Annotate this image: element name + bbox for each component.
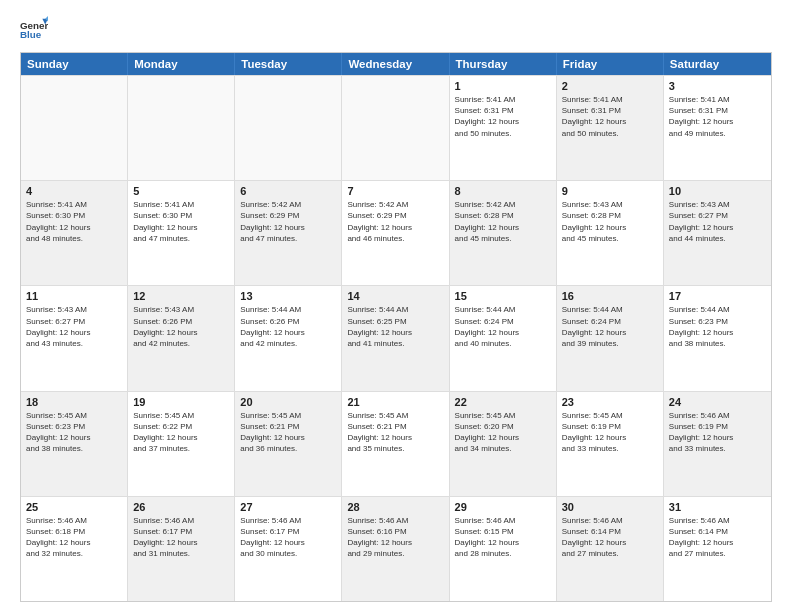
day-cell-5: 5Sunrise: 5:41 AM Sunset: 6:30 PM Daylig… — [128, 181, 235, 285]
weekday-header-thursday: Thursday — [450, 53, 557, 75]
day-number: 11 — [26, 290, 122, 302]
day-info: Sunrise: 5:44 AM Sunset: 6:24 PM Dayligh… — [562, 304, 658, 349]
day-info: Sunrise: 5:46 AM Sunset: 6:19 PM Dayligh… — [669, 410, 766, 455]
weekday-header-sunday: Sunday — [21, 53, 128, 75]
calendar-row-2: 4Sunrise: 5:41 AM Sunset: 6:30 PM Daylig… — [21, 180, 771, 285]
day-info: Sunrise: 5:42 AM Sunset: 6:29 PM Dayligh… — [347, 199, 443, 244]
day-cell-6: 6Sunrise: 5:42 AM Sunset: 6:29 PM Daylig… — [235, 181, 342, 285]
calendar-body: 1Sunrise: 5:41 AM Sunset: 6:31 PM Daylig… — [21, 75, 771, 601]
day-number: 18 — [26, 396, 122, 408]
page-header: General Blue — [20, 16, 772, 44]
day-info: Sunrise: 5:41 AM Sunset: 6:31 PM Dayligh… — [562, 94, 658, 139]
day-info: Sunrise: 5:43 AM Sunset: 6:27 PM Dayligh… — [669, 199, 766, 244]
day-info: Sunrise: 5:46 AM Sunset: 6:18 PM Dayligh… — [26, 515, 122, 560]
day-cell-12: 12Sunrise: 5:43 AM Sunset: 6:26 PM Dayli… — [128, 286, 235, 390]
day-cell-11: 11Sunrise: 5:43 AM Sunset: 6:27 PM Dayli… — [21, 286, 128, 390]
weekday-header-monday: Monday — [128, 53, 235, 75]
day-number: 21 — [347, 396, 443, 408]
day-cell-14: 14Sunrise: 5:44 AM Sunset: 6:25 PM Dayli… — [342, 286, 449, 390]
day-info: Sunrise: 5:46 AM Sunset: 6:17 PM Dayligh… — [133, 515, 229, 560]
day-info: Sunrise: 5:42 AM Sunset: 6:28 PM Dayligh… — [455, 199, 551, 244]
logo: General Blue — [20, 16, 48, 44]
day-number: 7 — [347, 185, 443, 197]
day-cell-27: 27Sunrise: 5:46 AM Sunset: 6:17 PM Dayli… — [235, 497, 342, 601]
empty-cell — [235, 76, 342, 180]
day-info: Sunrise: 5:43 AM Sunset: 6:28 PM Dayligh… — [562, 199, 658, 244]
day-number: 16 — [562, 290, 658, 302]
day-info: Sunrise: 5:43 AM Sunset: 6:27 PM Dayligh… — [26, 304, 122, 349]
day-info: Sunrise: 5:44 AM Sunset: 6:23 PM Dayligh… — [669, 304, 766, 349]
weekday-header-friday: Friday — [557, 53, 664, 75]
day-number: 30 — [562, 501, 658, 513]
day-cell-3: 3Sunrise: 5:41 AM Sunset: 6:31 PM Daylig… — [664, 76, 771, 180]
day-info: Sunrise: 5:45 AM Sunset: 6:21 PM Dayligh… — [240, 410, 336, 455]
day-number: 17 — [669, 290, 766, 302]
day-cell-22: 22Sunrise: 5:45 AM Sunset: 6:20 PM Dayli… — [450, 392, 557, 496]
day-number: 22 — [455, 396, 551, 408]
day-number: 1 — [455, 80, 551, 92]
day-number: 6 — [240, 185, 336, 197]
day-cell-24: 24Sunrise: 5:46 AM Sunset: 6:19 PM Dayli… — [664, 392, 771, 496]
weekday-header-tuesday: Tuesday — [235, 53, 342, 75]
day-cell-15: 15Sunrise: 5:44 AM Sunset: 6:24 PM Dayli… — [450, 286, 557, 390]
day-cell-4: 4Sunrise: 5:41 AM Sunset: 6:30 PM Daylig… — [21, 181, 128, 285]
day-cell-31: 31Sunrise: 5:46 AM Sunset: 6:14 PM Dayli… — [664, 497, 771, 601]
day-number: 3 — [669, 80, 766, 92]
day-number: 25 — [26, 501, 122, 513]
calendar-row-1: 1Sunrise: 5:41 AM Sunset: 6:31 PM Daylig… — [21, 75, 771, 180]
day-info: Sunrise: 5:45 AM Sunset: 6:21 PM Dayligh… — [347, 410, 443, 455]
empty-cell — [128, 76, 235, 180]
day-number: 4 — [26, 185, 122, 197]
day-info: Sunrise: 5:41 AM Sunset: 6:31 PM Dayligh… — [669, 94, 766, 139]
day-info: Sunrise: 5:46 AM Sunset: 6:14 PM Dayligh… — [669, 515, 766, 560]
day-number: 28 — [347, 501, 443, 513]
day-cell-8: 8Sunrise: 5:42 AM Sunset: 6:28 PM Daylig… — [450, 181, 557, 285]
day-number: 23 — [562, 396, 658, 408]
empty-cell — [342, 76, 449, 180]
day-number: 13 — [240, 290, 336, 302]
day-cell-9: 9Sunrise: 5:43 AM Sunset: 6:28 PM Daylig… — [557, 181, 664, 285]
day-number: 31 — [669, 501, 766, 513]
day-cell-28: 28Sunrise: 5:46 AM Sunset: 6:16 PM Dayli… — [342, 497, 449, 601]
calendar-row-5: 25Sunrise: 5:46 AM Sunset: 6:18 PM Dayli… — [21, 496, 771, 601]
empty-cell — [21, 76, 128, 180]
day-cell-2: 2Sunrise: 5:41 AM Sunset: 6:31 PM Daylig… — [557, 76, 664, 180]
day-number: 24 — [669, 396, 766, 408]
day-cell-25: 25Sunrise: 5:46 AM Sunset: 6:18 PM Dayli… — [21, 497, 128, 601]
day-info: Sunrise: 5:45 AM Sunset: 6:22 PM Dayligh… — [133, 410, 229, 455]
day-number: 10 — [669, 185, 766, 197]
day-number: 8 — [455, 185, 551, 197]
day-cell-29: 29Sunrise: 5:46 AM Sunset: 6:15 PM Dayli… — [450, 497, 557, 601]
day-number: 26 — [133, 501, 229, 513]
day-info: Sunrise: 5:44 AM Sunset: 6:25 PM Dayligh… — [347, 304, 443, 349]
day-cell-19: 19Sunrise: 5:45 AM Sunset: 6:22 PM Dayli… — [128, 392, 235, 496]
day-cell-23: 23Sunrise: 5:45 AM Sunset: 6:19 PM Dayli… — [557, 392, 664, 496]
day-cell-26: 26Sunrise: 5:46 AM Sunset: 6:17 PM Dayli… — [128, 497, 235, 601]
day-info: Sunrise: 5:45 AM Sunset: 6:20 PM Dayligh… — [455, 410, 551, 455]
day-info: Sunrise: 5:46 AM Sunset: 6:17 PM Dayligh… — [240, 515, 336, 560]
day-info: Sunrise: 5:46 AM Sunset: 6:16 PM Dayligh… — [347, 515, 443, 560]
day-cell-21: 21Sunrise: 5:45 AM Sunset: 6:21 PM Dayli… — [342, 392, 449, 496]
day-number: 5 — [133, 185, 229, 197]
day-info: Sunrise: 5:44 AM Sunset: 6:26 PM Dayligh… — [240, 304, 336, 349]
day-info: Sunrise: 5:41 AM Sunset: 6:31 PM Dayligh… — [455, 94, 551, 139]
day-cell-1: 1Sunrise: 5:41 AM Sunset: 6:31 PM Daylig… — [450, 76, 557, 180]
day-cell-17: 17Sunrise: 5:44 AM Sunset: 6:23 PM Dayli… — [664, 286, 771, 390]
day-cell-18: 18Sunrise: 5:45 AM Sunset: 6:23 PM Dayli… — [21, 392, 128, 496]
calendar-header: SundayMondayTuesdayWednesdayThursdayFrid… — [21, 53, 771, 75]
day-cell-20: 20Sunrise: 5:45 AM Sunset: 6:21 PM Dayli… — [235, 392, 342, 496]
calendar-row-3: 11Sunrise: 5:43 AM Sunset: 6:27 PM Dayli… — [21, 285, 771, 390]
day-info: Sunrise: 5:46 AM Sunset: 6:14 PM Dayligh… — [562, 515, 658, 560]
day-number: 19 — [133, 396, 229, 408]
day-info: Sunrise: 5:43 AM Sunset: 6:26 PM Dayligh… — [133, 304, 229, 349]
weekday-header-saturday: Saturday — [664, 53, 771, 75]
day-number: 2 — [562, 80, 658, 92]
day-cell-13: 13Sunrise: 5:44 AM Sunset: 6:26 PM Dayli… — [235, 286, 342, 390]
day-info: Sunrise: 5:41 AM Sunset: 6:30 PM Dayligh… — [26, 199, 122, 244]
day-info: Sunrise: 5:45 AM Sunset: 6:23 PM Dayligh… — [26, 410, 122, 455]
day-cell-10: 10Sunrise: 5:43 AM Sunset: 6:27 PM Dayli… — [664, 181, 771, 285]
weekday-header-wednesday: Wednesday — [342, 53, 449, 75]
day-number: 27 — [240, 501, 336, 513]
day-info: Sunrise: 5:42 AM Sunset: 6:29 PM Dayligh… — [240, 199, 336, 244]
day-cell-16: 16Sunrise: 5:44 AM Sunset: 6:24 PM Dayli… — [557, 286, 664, 390]
